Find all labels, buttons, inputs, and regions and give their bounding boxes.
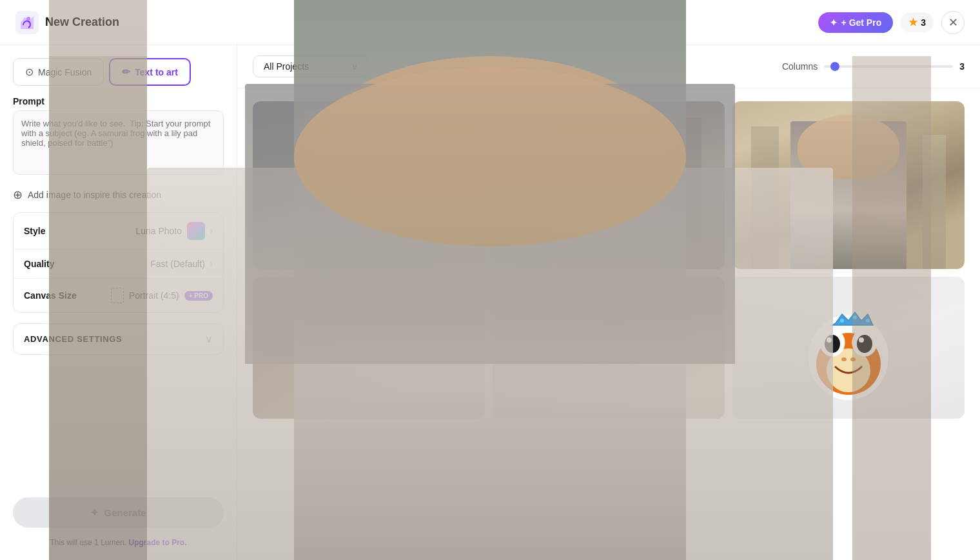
image-grid (237, 88, 980, 560)
style-label: Style (24, 226, 45, 236)
plus-icon: ✦ (830, 17, 838, 28)
credits-badge: ★ 3 (901, 12, 934, 32)
magic-fusion-icon: ⊙ (25, 66, 34, 78)
columns-slider-thumb[interactable] (830, 62, 839, 71)
close-button[interactable]: ✕ (941, 11, 965, 34)
svg-point-12 (840, 319, 844, 323)
columns-value: 3 (959, 61, 965, 72)
svg-point-15 (841, 357, 847, 361)
warrior-horse-image (493, 277, 725, 419)
header-right: ✦ + Get Pro ★ 3 ✕ (818, 11, 965, 34)
plus-circle-icon: ⊕ (13, 188, 23, 202)
main-layout: ⊙ Magic Fusion ✏ Text to art Prompt ⊕ Ad… (0, 45, 980, 560)
content-area: All Projects ∨ Columns 3 (237, 45, 980, 560)
image-card-5[interactable] (493, 277, 725, 419)
app-logo-icon (15, 11, 39, 34)
svg-point-1 (26, 17, 30, 21)
star-icon: ★ (908, 16, 917, 28)
get-pro-button[interactable]: ✦ + Get Pro (818, 12, 894, 33)
